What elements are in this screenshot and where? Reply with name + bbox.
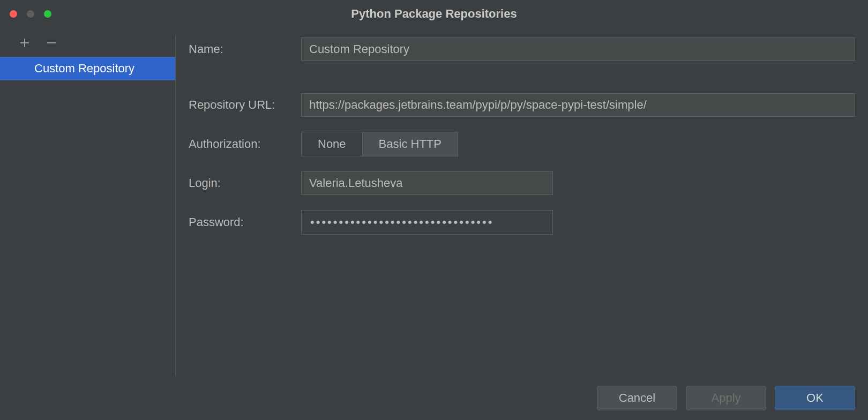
maximize-window-icon[interactable]: [44, 10, 51, 18]
authorization-label: Authorization:: [189, 137, 301, 151]
password-label: Password:: [189, 215, 301, 229]
sidebar-toolbar: [0, 35, 175, 57]
auth-basic-http-button[interactable]: Basic HTTP: [362, 132, 458, 156]
row-login: Login:: [189, 171, 855, 195]
row-authorization: Authorization: None Basic HTTP: [189, 132, 855, 156]
auth-none-button[interactable]: None: [301, 132, 362, 156]
login-label: Login:: [189, 176, 301, 190]
window-title: Python Package Repositories: [351, 7, 517, 21]
repository-form: Name: Repository URL: Authorization: Non…: [176, 35, 868, 376]
row-password: Password: ••••••••••••••••••••••••••••••…: [189, 210, 855, 235]
dialog-footer: Cancel Apply OK: [0, 376, 868, 420]
plus-icon: [19, 38, 30, 48]
add-repository-button[interactable]: [17, 35, 32, 50]
url-label: Repository URL:: [189, 98, 301, 112]
dialog-window: Python Package Repositories: [0, 0, 868, 420]
dialog-body: Custom Repository Name: Repository URL: …: [0, 28, 868, 420]
titlebar: Python Package Repositories: [0, 0, 868, 28]
authorization-toggle: None Basic HTTP: [301, 132, 458, 156]
sidebar-item-custom-repository[interactable]: Custom Repository: [0, 57, 175, 80]
minimize-window-icon: [27, 10, 34, 18]
row-url: Repository URL:: [189, 93, 855, 117]
name-label: Name:: [189, 42, 301, 56]
row-name: Name:: [189, 38, 855, 61]
repository-list: Custom Repository: [0, 57, 175, 376]
repository-url-input[interactable]: [301, 93, 855, 117]
minus-icon: [46, 38, 57, 48]
main-area: Custom Repository Name: Repository URL: …: [0, 28, 868, 376]
close-window-icon[interactable]: [10, 10, 17, 18]
sidebar-item-label: Custom Repository: [34, 62, 134, 75]
remove-repository-button[interactable]: [44, 35, 59, 50]
apply-button[interactable]: Apply: [686, 386, 766, 410]
traffic-lights: [10, 10, 51, 18]
cancel-button[interactable]: Cancel: [597, 386, 677, 410]
ok-button[interactable]: OK: [775, 386, 855, 410]
repository-sidebar: Custom Repository: [0, 35, 176, 376]
name-input[interactable]: [301, 38, 855, 61]
password-input[interactable]: ••••••••••••••••••••••••••••••••: [301, 210, 553, 235]
login-input[interactable]: [301, 171, 553, 195]
